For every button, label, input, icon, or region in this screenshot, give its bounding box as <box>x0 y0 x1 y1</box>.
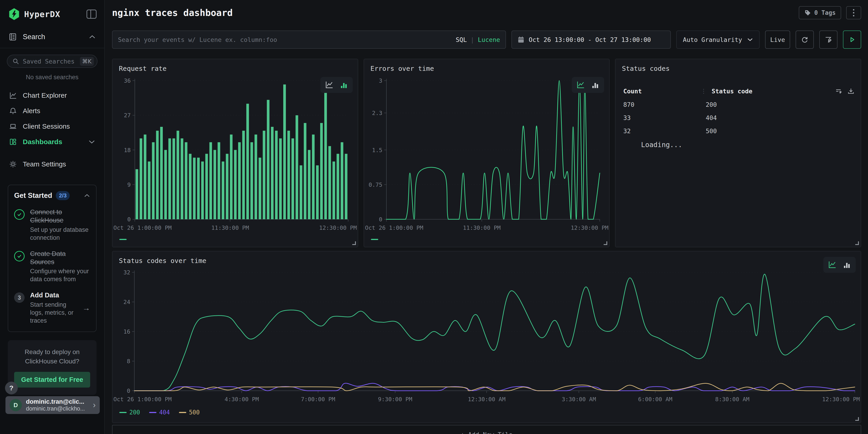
status-codes-table: Count ⋮ Status code 870 200 33 404 <box>616 59 861 247</box>
legend-label: 404 <box>159 409 170 416</box>
svg-text:12:30:00 PM: 12:30:00 PM <box>570 224 609 231</box>
legend-item-200[interactable]: 200 <box>119 409 140 416</box>
tags-button[interactable]: 0 Tags <box>799 6 841 19</box>
line-chart-toggle-icon[interactable] <box>576 81 585 89</box>
filter-button[interactable] <box>819 31 837 49</box>
svg-text:11:30:00 PM: 11:30:00 PM <box>463 224 501 231</box>
get-started-step-sources[interactable]: Create Data Sources Configure where your… <box>14 250 90 283</box>
date-range-picker[interactable]: Oct 26 13:00:00 - Oct 27 13:00:00 <box>512 31 671 49</box>
granularity-value: Auto Granularity <box>683 36 742 43</box>
refresh-icon <box>801 36 809 43</box>
search-icon <box>12 58 19 65</box>
main-content: nginx traces dashboard 0 Tags SQL | Luce… <box>105 0 868 434</box>
svg-text:1.5: 1.5 <box>372 147 382 153</box>
live-button[interactable]: Live <box>765 31 790 49</box>
lucene-toggle[interactable]: Lucene <box>478 36 500 43</box>
download-icon[interactable] <box>847 88 854 94</box>
granularity-select[interactable]: Auto Granularity <box>676 31 760 49</box>
wrap-columns-icon[interactable] <box>835 88 842 94</box>
bell-icon <box>9 107 17 115</box>
legend-item[interactable] <box>119 239 127 240</box>
legend-dash <box>149 412 156 413</box>
sidebar-item-alerts[interactable]: Alerts <box>7 103 97 119</box>
svg-text:Oct 26 1:00:00 PM: Oct 26 1:00:00 PM <box>114 396 172 403</box>
get-started-step-add-data[interactable]: 3 Add Data Start sending logs, metrics, … <box>14 291 90 325</box>
more-options-button[interactable] <box>846 6 861 19</box>
chevron-up-icon[interactable] <box>84 194 90 197</box>
table-row[interactable]: 32 500 <box>623 124 854 137</box>
svg-text:12:30:00 AM: 12:30:00 AM <box>468 396 505 403</box>
step-number-badge: 3 <box>14 292 25 303</box>
app-name: HyperDX <box>24 9 87 19</box>
panel-resize-handle[interactable] <box>352 241 356 245</box>
user-account-chip[interactable]: D dominic.tran@clic... dominic.tran@clic… <box>5 396 100 414</box>
journal-icon <box>9 33 17 41</box>
panel-errors-over-time: Errors over time 00.751.52.33Oct 26 1:00… <box>364 59 610 247</box>
help-button[interactable]: ? <box>5 382 18 394</box>
panel-status-codes: Status codes Count ⋮ Status code 870 200 <box>615 59 861 247</box>
panel-resize-handle[interactable] <box>855 417 859 421</box>
sidebar-item-team-settings[interactable]: Team Settings <box>7 156 97 172</box>
line-chart-toggle-icon[interactable] <box>325 81 334 89</box>
no-saved-searches-text: No saved searches <box>7 74 97 81</box>
dashboard-grid-icon <box>9 138 17 146</box>
bar-chart-toggle-icon[interactable] <box>340 81 348 89</box>
status-codes-over-time-chart[interactable]: 08162432Oct 26 1:00:00 PM4:30:00 PM7:00:… <box>113 251 861 423</box>
svg-text:16: 16 <box>123 328 130 335</box>
sidebar: HyperDX Search ⌘K No saved searches Char… <box>0 0 105 434</box>
svg-text:3:30:00 AM: 3:30:00 AM <box>562 396 596 403</box>
saved-searches-field[interactable] <box>23 58 80 65</box>
get-started-step-connect[interactable]: Connect to ClickHouse Set up your databa… <box>14 208 90 242</box>
page-title: nginx traces dashboard <box>112 7 799 18</box>
check-circle-icon <box>14 251 25 261</box>
line-chart-toggle-icon[interactable] <box>828 260 837 269</box>
get-started-free-button[interactable]: Get Started for Free <box>14 372 90 388</box>
table-row[interactable]: 870 200 <box>623 98 854 111</box>
sql-toggle[interactable]: SQL <box>456 36 467 43</box>
add-new-tile-button[interactable]: + Add New Tile <box>112 425 861 434</box>
refresh-button[interactable] <box>796 31 814 49</box>
svg-text:0: 0 <box>127 216 131 223</box>
panel-title: Status codes <box>622 65 670 72</box>
chevron-right-icon: › <box>93 400 96 410</box>
saved-searches-input[interactable]: ⌘K <box>7 55 97 68</box>
panel-resize-handle[interactable] <box>855 241 859 245</box>
table-row[interactable]: 33 404 <box>623 111 854 124</box>
chart-type-toolbar <box>824 257 856 273</box>
sidebar-item-client-sessions[interactable]: Client Sessions <box>7 119 97 134</box>
avatar: D <box>9 399 22 411</box>
event-search-input[interactable] <box>118 36 456 43</box>
calendar-icon <box>518 36 524 43</box>
legend-item[interactable] <box>371 239 378 240</box>
svg-text:3: 3 <box>379 78 382 84</box>
run-query-button[interactable] <box>843 31 861 49</box>
laptop-icon <box>9 123 17 130</box>
sidebar-item-dashboards[interactable]: Dashboards <box>7 134 97 150</box>
sidebar-item-chart-explorer[interactable]: Chart Explorer <box>7 88 97 103</box>
chevron-down-icon <box>88 140 95 144</box>
bar-chart-toggle-icon[interactable] <box>842 260 851 269</box>
legend-label: 500 <box>189 409 200 416</box>
panel-resize-handle[interactable] <box>603 241 607 245</box>
svg-text:9:30:00 PM: 9:30:00 PM <box>378 396 412 403</box>
column-header-count[interactable]: Count <box>623 88 701 95</box>
get-started-progress-badge: 2/3 <box>56 191 70 200</box>
sidebar-collapse-icon[interactable] <box>87 9 97 19</box>
svg-text:2.3: 2.3 <box>372 110 382 116</box>
tag-icon <box>804 9 811 16</box>
event-search-box: SQL | Lucene <box>112 31 506 49</box>
column-header-status-code[interactable]: Status code <box>712 88 835 95</box>
deploy-text-line2: ClickHouse Cloud? <box>14 357 90 366</box>
svg-text:36: 36 <box>124 78 131 84</box>
bar-chart-toggle-icon[interactable] <box>591 81 599 89</box>
panel-title: Errors over time <box>370 65 434 72</box>
legend-item-500[interactable]: 500 <box>179 409 200 416</box>
toggle-separator: | <box>470 36 474 43</box>
deploy-card: Ready to deploy on ClickHouse Cloud? Get… <box>8 340 97 395</box>
legend-item-404[interactable]: 404 <box>149 409 170 416</box>
svg-text:27: 27 <box>124 112 131 119</box>
column-divider[interactable]: ⋮ <box>701 88 707 94</box>
line-chart-icon <box>9 92 17 99</box>
sidebar-item-search[interactable]: Search <box>0 27 104 48</box>
svg-text:18: 18 <box>124 147 131 153</box>
